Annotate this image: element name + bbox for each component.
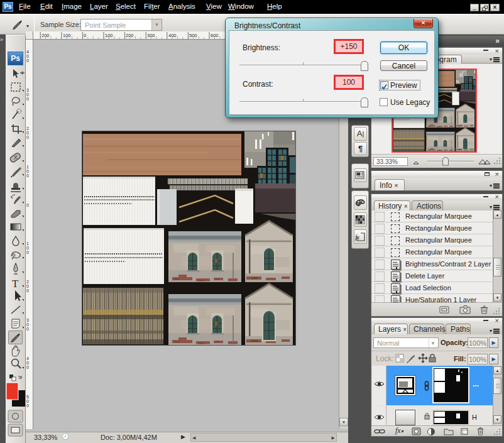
svg-text:T: T [12, 278, 19, 290]
svg-text:100: 100 [105, 33, 113, 38]
svg-text:200: 200 [41, 33, 50, 38]
svg-text:600: 600 [211, 33, 219, 38]
svg-text:500: 500 [189, 33, 197, 38]
svg-text:300: 300 [147, 33, 155, 38]
svg-text:0: 0 [84, 33, 86, 38]
svg-text:fx: fx [355, 234, 360, 241]
svg-text:200: 200 [126, 33, 134, 38]
svg-text:400: 400 [168, 33, 177, 38]
svg-text:100: 100 [63, 33, 71, 38]
